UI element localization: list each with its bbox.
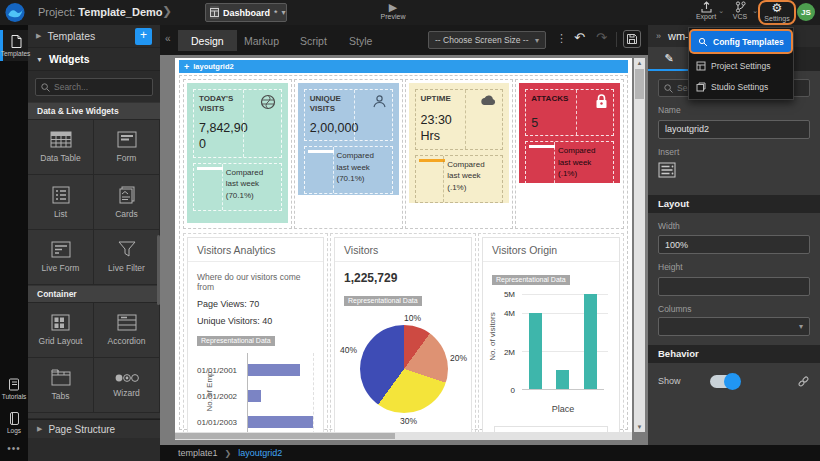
vcs-button[interactable]: ⌄ VCS (724, 1, 756, 20)
pie-slice-label: 10% (404, 313, 421, 323)
panel-visitors-analytics[interactable]: Visitors Analytics Where do our visitors… (187, 237, 324, 432)
scrollbar-thumb[interactable] (635, 69, 644, 99)
tile-label: Live Filter (108, 263, 145, 273)
add-template-button[interactable]: + (135, 28, 152, 45)
canvas-vertical-scrollbar[interactable]: ▲ ▼ (634, 58, 645, 432)
widget-tile-form[interactable]: Form (94, 120, 160, 175)
stat-card-todays-visits[interactable]: TODAY'S VISITS 7,842,900 Compared last w… (187, 83, 288, 223)
page-preview[interactable]: + layoutgrid2 TODAY'S VISITS (175, 58, 632, 432)
rail-item-tutorials[interactable]: Tutorials (0, 373, 28, 404)
widget-tile-list[interactable]: List (28, 175, 94, 230)
layoutgrid-selection-bar[interactable]: + layoutgrid2 (179, 60, 628, 73)
collapse-panel-icon[interactable]: « (165, 33, 171, 44)
tab-properties-edit[interactable]: ✎ (648, 47, 690, 71)
menu-item-studio-settings[interactable]: Studio Settings (689, 76, 793, 97)
stat-card-unique-visits[interactable]: UNIQUE VISITS 2,00,000 Compared last wee… (298, 83, 399, 195)
tab-style[interactable]: Style (336, 30, 385, 51)
left-panel-footer (28, 445, 160, 461)
unique-visitors-stat: Unique Visitors: 40 (197, 316, 314, 326)
widget-search-input[interactable] (54, 82, 144, 92)
scroll-down-arrow[interactable]: ▼ (634, 422, 645, 432)
columns-field-label: Columns (658, 304, 810, 314)
columns-select[interactable]: ▾ (658, 317, 810, 336)
origin-y-ticks: 5M4M2M0 (492, 294, 518, 390)
tutorials-icon (8, 378, 20, 391)
breadcrumb-layoutgrid2[interactable]: layoutgrid2 (238, 448, 282, 458)
preview-button[interactable]: ▶ Preview (377, 1, 409, 20)
origin-y-tick: 2M (504, 347, 515, 356)
widget-tile-tabs[interactable]: Tabs (28, 358, 94, 413)
breadcrumb-template1[interactable]: template1 (178, 448, 218, 458)
grid-column: UPTIME 23:30 Hrs Compared last week (.1%… (405, 79, 514, 229)
toolbar-divider (616, 32, 617, 47)
page-selector-dropdown[interactable]: Dashboard * ▾ (205, 3, 287, 22)
user-avatar[interactable]: JS (797, 3, 815, 21)
panel-subtitle: Where do our visitors come from (197, 272, 314, 292)
redo-button[interactable]: ↷ (596, 30, 607, 45)
widget-tile-live-filter[interactable]: Live Filter (94, 230, 160, 285)
tab-design[interactable]: Design (178, 30, 237, 51)
widget-search-box[interactable] (35, 78, 153, 96)
templates-section-header[interactable]: ▶ Templates + (28, 25, 160, 48)
height-field[interactable] (658, 277, 810, 296)
export-button[interactable]: ⌄ Export (690, 1, 722, 20)
screen-size-dropdown[interactable]: -- Choose Screen Size -- ▾ (428, 31, 546, 49)
show-toggle[interactable] (710, 375, 740, 388)
growth-bar-row: 01/01/2002 (248, 383, 313, 409)
page-views-stat: Page Views: 70 (197, 299, 314, 309)
width-field[interactable] (658, 235, 810, 254)
growth-chart-rows: 01/01/200101/01/200201/01/2003 (247, 353, 314, 432)
rail-item-templates[interactable]: Templates (0, 30, 28, 61)
widgets-section-header[interactable]: ▼ Widgets (28, 48, 160, 71)
tile-label: Form (117, 153, 137, 163)
studio-settings-icon (696, 82, 706, 92)
toggle-knob (724, 373, 741, 390)
widgets-section-label: Widgets (49, 53, 90, 65)
design-canvas: + layoutgrid2 TODAY'S VISITS (160, 55, 648, 445)
chevron-down-icon: ▾ (282, 8, 286, 17)
widget-tile-cards[interactable]: Cards (94, 175, 160, 230)
tab-markup[interactable]: Markup (231, 30, 292, 51)
widget-tile-live-form[interactable]: Live Form (28, 230, 94, 285)
panel-visitors-origin[interactable]: Visitors Origin Representational Data No… (482, 237, 620, 432)
rail-item-logs[interactable]: Logs (0, 407, 28, 438)
save-button[interactable] (623, 30, 641, 48)
tile-label: List (54, 209, 67, 219)
widget-tile-data-table[interactable]: Data Table (28, 120, 94, 175)
menu-item-config-templates[interactable]: Config Templates (691, 31, 791, 52)
widget-tile-grid-layout[interactable]: Grid Layout (28, 303, 94, 358)
panel-title: Visitors Origin (483, 238, 619, 262)
left-panel-scrollbar[interactable] (157, 235, 160, 305)
top-bar: Project: Template_Demo ❯ Dashboard * ▾ ▶… (0, 0, 820, 25)
stat-card-uptime[interactable]: UPTIME 23:30 Hrs Compared last week (.1%… (409, 83, 510, 203)
scrollbar-thumb[interactable] (175, 433, 395, 439)
project-label: Project: (38, 6, 75, 18)
menu-item-project-settings[interactable]: Project Settings (689, 55, 793, 76)
scroll-up-arrow[interactable]: ▲ (634, 58, 645, 68)
stat-cards-row: TODAY'S VISITS 7,842,900 Compared last w… (182, 78, 625, 230)
settings-button[interactable]: ⚙ Settings (758, 0, 796, 25)
group-header-data-live: Data & Live Widgets (28, 102, 160, 120)
canvas-horizontal-scrollbar[interactable] (175, 432, 632, 440)
vcs-label: VCS (733, 13, 747, 20)
stat-card-attacks[interactable]: ATTACKS 5 Compared last w (519, 83, 620, 183)
globe-icon (260, 94, 276, 110)
name-field[interactable] (658, 120, 810, 139)
width-field-label: Width (658, 221, 810, 231)
more-options-button[interactable]: ••• (0, 443, 28, 454)
insert-rows-icon[interactable] (658, 162, 676, 178)
tab-script[interactable]: Script (287, 30, 340, 51)
panel-visitors[interactable]: Visitors 1,225,729 Representational Data… (334, 237, 472, 432)
chevron-down-icon: ▾ (535, 36, 539, 45)
page-structure-section[interactable]: ▶ Page Structure (28, 419, 160, 438)
bind-link-icon[interactable] (797, 375, 810, 388)
wavemaker-logo-icon[interactable] (4, 2, 26, 23)
card-compare-block: Compared last week (.1%) (415, 155, 504, 203)
widget-tile-accordion[interactable]: Accordion (94, 303, 160, 358)
kebab-menu-icon[interactable]: ⋮ (556, 32, 567, 45)
undo-button[interactable]: ↶ (574, 30, 585, 45)
widget-tile-wizard[interactable]: Wizard (94, 358, 160, 413)
collapse-right-icon[interactable]: » (656, 31, 661, 41)
height-field-label: Height (658, 262, 810, 272)
settings-dropdown-menu: Config Templates Project Settings Studio… (688, 27, 794, 100)
